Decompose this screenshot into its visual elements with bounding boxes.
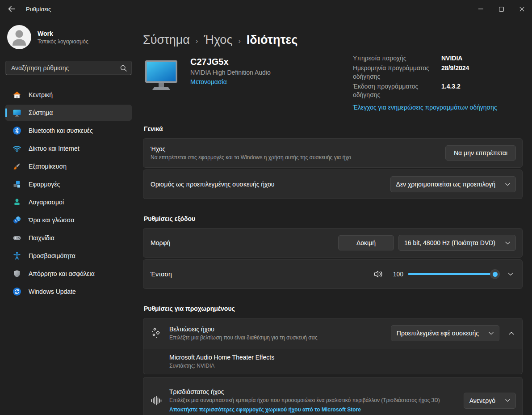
close-icon [519,7,524,12]
format-card: Μορφή Δοκιμή 16 bit, 48000 Hz (Ποιότητα … [143,228,523,258]
sidebar-item-home[interactable]: Κεντρική [5,87,132,103]
avatar [7,25,31,49]
wifi-icon [13,144,21,153]
sidebar-item-label: Εφαρμογές [29,181,60,188]
breadcrumb-separator: › [238,35,240,45]
sidebar-item-label: Εξατομίκευση [29,163,67,170]
section-advanced: Ρυθμίσεις για προχωρημένους [144,305,523,312]
clock-globe-icon [13,216,21,224]
user-account-type: Τοπικός λογαριασμός [38,38,88,45]
maximize-button[interactable] [491,0,511,18]
enhancements-card: Βελτιώσεις ήχου Επιλέξτε μια βελτίωση πο… [143,318,523,374]
sparkles-icon [151,327,162,339]
sidebar-item-accessibility[interactable]: Προσβασιμότητα [5,248,132,264]
volume-slider[interactable] [408,270,498,279]
user-name: Work [38,30,88,37]
sidebar-item-bluetooth[interactable]: Bluetooth και συσκευές [5,123,132,139]
volume-slider-thumb[interactable] [490,269,500,279]
maximize-icon [499,7,504,12]
sidebar-item-label: Bluetooth και συσκευές [29,127,93,134]
speaker-icon[interactable] [371,268,387,280]
close-button[interactable] [511,0,532,18]
driver-version-row: Έκδοση προγράμματος οδήγησης 1.4.3.2 [353,82,523,99]
back-arrow-icon [8,6,15,12]
sidebar-item-personalization[interactable]: Εξατομίκευση [5,158,132,174]
sidebar-item-label: Προσβασιμότητα [29,252,75,259]
expander-chevron-up-icon[interactable] [507,330,516,337]
breadcrumb-sound[interactable]: Ήχος [204,33,232,47]
sidebar-item-label: Σύστημα [29,109,53,116]
search-icon[interactable] [120,65,127,72]
device-name: C27JG5x [190,57,271,67]
minimize-button[interactable] [470,0,491,18]
rename-link[interactable]: Μετονομασία [190,78,227,85]
main-content: Σύστημα › Ήχος › Ιδιότητες C27JG5x NVIDI… [137,18,532,415]
accessibility-icon [13,251,21,260]
sidebar-item-label: Windows Update [29,288,76,295]
audio-row-title: Ήχος [151,145,351,152]
sound-bars-icon [151,395,162,407]
sidebar-item-windows-update[interactable]: Windows Update [5,284,132,300]
user-account: Work Τοπικός λογαριασμός [7,25,130,49]
bluetooth-icon [13,126,21,135]
spatial-subtitle: Επιλέξτε μια συναρπαστική εμπειρία ήχου … [169,397,440,403]
device-header: C27JG5x NVIDIA High Definition Audio Μετ… [143,56,523,112]
enhancements-subtitle: Επιλέξτε μια βελτίωση που είναι διαθέσιμ… [169,335,317,341]
sidebar-item-privacy[interactable]: Απόρρητο και ασφάλεια [5,266,132,282]
driver-date-row: Ημερομηνία προγράμματος οδήγησης 28/9/20… [353,64,523,81]
sidebar-item-time-language[interactable]: Ώρα και γλώσσα [5,212,132,228]
enhancements-header[interactable]: Βελτιώσεις ήχου Επιλέξτε μια βελτίωση πο… [143,318,522,348]
chevron-down-icon [505,183,510,186]
driver-info: Υπηρεσία παροχής NVIDIA Ημερομηνία προγρ… [353,54,523,112]
sidebar-item-label: Ώρα και γλώσσα [29,216,75,224]
update-arrows-icon [13,287,21,296]
sidebar-item-accounts[interactable]: Λογαριασμοί [5,194,132,210]
microsoft-store-link[interactable]: Αποκτήστε περισσότερες εφαρμογές χωρικού… [169,407,361,413]
sidebar: Work Τοπικός λογαριασμός Κεντρική [0,18,137,415]
sidebar-item-network[interactable]: Δίκτυο και Internet [5,140,132,157]
section-general: Γενικά [144,125,523,132]
search-box [5,61,132,75]
breadcrumb: Σύστημα › Ήχος › Ιδιότητες [143,33,523,47]
sidebar-item-gaming[interactable]: Παιχνίδια [5,230,132,246]
gamepad-icon [13,233,21,242]
audio-permission-card: Ήχος Να επιτρέπεται στις εφαρμογές και τ… [143,138,523,168]
paintbrush-icon [13,162,21,171]
default-device-dropdown[interactable]: Δεν χρησιμοποιείται ως προεπιλογή [390,176,516,192]
sidebar-item-system[interactable]: Σύστημα [5,105,132,121]
volume-chevron-down-icon[interactable] [505,271,516,278]
default-device-title: Ορισμός ως προεπιλεγμένης συσκευής ήχου [151,181,275,188]
sidebar-item-label: Κεντρική [29,91,53,98]
monitor-icon [13,108,21,117]
volume-value: 100 [393,271,403,278]
sidebar-item-label: Παιχνίδια [29,234,54,241]
spatial-dropdown[interactable]: Ανενεργό [464,393,516,409]
sidebar-item-label: Δίκτυο και Internet [29,145,80,152]
sidebar-item-apps[interactable]: Εφαρμογές [5,176,132,192]
volume-card: Ένταση 100 [143,259,523,289]
sidebar-item-label: Λογαριασμοί [29,199,64,206]
test-button[interactable]: Δοκιμή [338,235,394,250]
breadcrumb-system[interactable]: Σύστημα [143,33,190,47]
back-button[interactable] [4,2,20,16]
volume-title: Ένταση [151,271,172,278]
chevron-down-icon [489,332,494,335]
search-input[interactable] [10,64,120,72]
window-title: Ρυθμίσεις [26,6,51,13]
enhancements-dropdown[interactable]: Προεπιλεγμένα εφέ συσκευής [391,325,499,341]
window-controls [470,0,532,18]
apps-icon [13,180,21,189]
format-title: Μορφή [151,239,170,246]
shield-icon [13,269,21,278]
enhancement-effect-row: Microsoft Audio Home Theater Effects Συν… [143,348,522,374]
default-device-card: Ορισμός ως προεπιλεγμένης συσκευής ήχου … [143,169,523,199]
home-icon [13,90,21,99]
check-driver-updates-link[interactable]: Έλεγχος για ενημερώσεις προγραμμάτων οδή… [353,103,497,112]
titlebar: Ρυθμίσεις [0,0,532,18]
disallow-audio-button[interactable]: Να μην επιτρέπεται [445,145,516,161]
format-dropdown[interactable]: 16 bit, 48000 Hz (Ποιότητα DVD) [398,235,516,251]
device-description: NVIDIA High Definition Audio [190,69,271,76]
enhancements-title: Βελτιώσεις ήχου [169,326,317,333]
minimize-icon [478,8,483,9]
spatial-title: Τρισδιάστατος ήχος [169,388,440,395]
